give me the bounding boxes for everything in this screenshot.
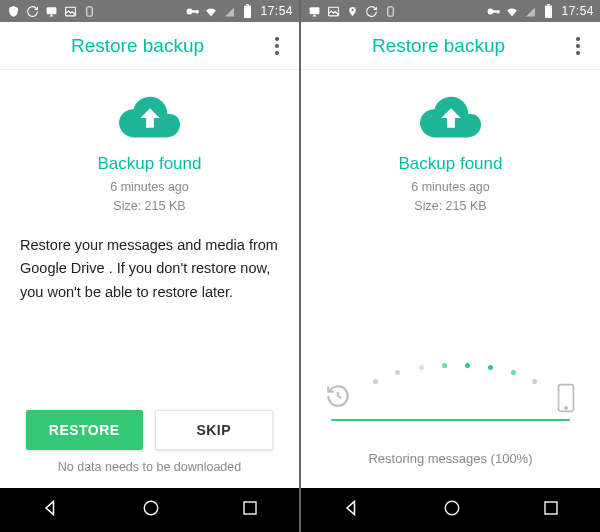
content-area: Backup found 6 minutes ago Size: 215 KB — [301, 70, 600, 488]
overflow-menu-button[interactable] — [265, 37, 289, 55]
svg-rect-5 — [197, 10, 198, 14]
back-button[interactable] — [342, 498, 362, 522]
svg-point-3 — [187, 8, 193, 14]
svg-rect-17 — [545, 5, 552, 18]
location-icon — [345, 4, 359, 18]
sync-icon — [364, 4, 378, 18]
cloud-upload-icon — [420, 96, 482, 144]
status-bar: 17:54 — [0, 0, 299, 22]
svg-rect-10 — [309, 7, 319, 14]
page-title: Restore backup — [311, 35, 566, 57]
recent-button[interactable] — [241, 499, 259, 521]
back-button[interactable] — [41, 498, 61, 522]
recent-button[interactable] — [542, 499, 560, 521]
svg-rect-0 — [46, 7, 56, 14]
svg-rect-15 — [493, 10, 500, 12]
status-time: 17:54 — [561, 4, 594, 18]
phone-icon — [556, 383, 576, 417]
restore-progress — [327, 361, 574, 421]
svg-point-8 — [144, 501, 158, 515]
backup-time: 6 minutes ago — [321, 178, 580, 197]
backup-time: 6 minutes ago — [20, 178, 279, 197]
svg-point-21 — [445, 501, 459, 515]
home-button[interactable] — [142, 499, 160, 521]
status-bar: 17:54 — [301, 0, 600, 22]
backup-size: Size: 215 KB — [20, 197, 279, 216]
no-sim-icon — [222, 4, 236, 18]
shield-icon — [6, 4, 20, 18]
phone-screen-progress: 17:54 Restore backup Backup found 6 minu… — [301, 0, 600, 532]
backup-size: Size: 215 KB — [321, 197, 580, 216]
chat-icon — [307, 4, 321, 18]
app-header: Restore backup — [301, 22, 600, 70]
svg-rect-13 — [387, 6, 393, 15]
battery-icon — [240, 4, 254, 18]
backup-found-title: Backup found — [20, 154, 279, 174]
device-icon — [82, 4, 96, 18]
device-icon — [383, 4, 397, 18]
status-time: 17:54 — [260, 4, 293, 18]
key-icon — [186, 4, 200, 18]
restore-description: Restore your messages and media from Goo… — [20, 234, 279, 306]
svg-rect-22 — [545, 502, 557, 514]
svg-point-12 — [351, 8, 353, 10]
cloud-upload-icon — [119, 96, 181, 144]
svg-point-14 — [488, 8, 494, 14]
svg-rect-4 — [192, 10, 199, 12]
home-button[interactable] — [443, 499, 461, 521]
image-icon — [63, 4, 77, 18]
backup-found-title: Backup found — [321, 154, 580, 174]
nav-bar — [301, 488, 600, 532]
svg-point-20 — [565, 407, 568, 410]
page-title: Restore backup — [10, 35, 265, 57]
progress-dots — [327, 361, 574, 411]
svg-rect-9 — [244, 502, 256, 514]
wifi-icon — [204, 4, 218, 18]
progress-bar — [331, 419, 570, 421]
svg-rect-6 — [244, 5, 251, 18]
skip-button[interactable]: SKIP — [155, 410, 274, 450]
svg-rect-7 — [246, 4, 249, 5]
overflow-menu-button[interactable] — [566, 37, 590, 55]
wifi-icon — [505, 4, 519, 18]
svg-rect-16 — [498, 10, 499, 14]
no-sim-icon — [523, 4, 537, 18]
phone-screen-prompt: 17:54 Restore backup Backup found 6 minu… — [0, 0, 299, 532]
content-area: Backup found 6 minutes ago Size: 215 KB … — [0, 70, 299, 488]
restore-button[interactable]: RESTORE — [26, 410, 143, 450]
battery-icon — [541, 4, 555, 18]
svg-rect-18 — [547, 4, 550, 5]
footer-note: No data needs to be downloaded — [20, 460, 279, 488]
key-icon — [487, 4, 501, 18]
chat-icon — [44, 4, 58, 18]
image-icon — [326, 4, 340, 18]
button-row: RESTORE SKIP — [20, 410, 279, 460]
svg-rect-2 — [86, 6, 92, 15]
nav-bar — [0, 488, 299, 532]
app-header: Restore backup — [0, 22, 299, 70]
restore-status: Restoring messages (100%) — [321, 451, 580, 466]
sync-icon — [25, 4, 39, 18]
